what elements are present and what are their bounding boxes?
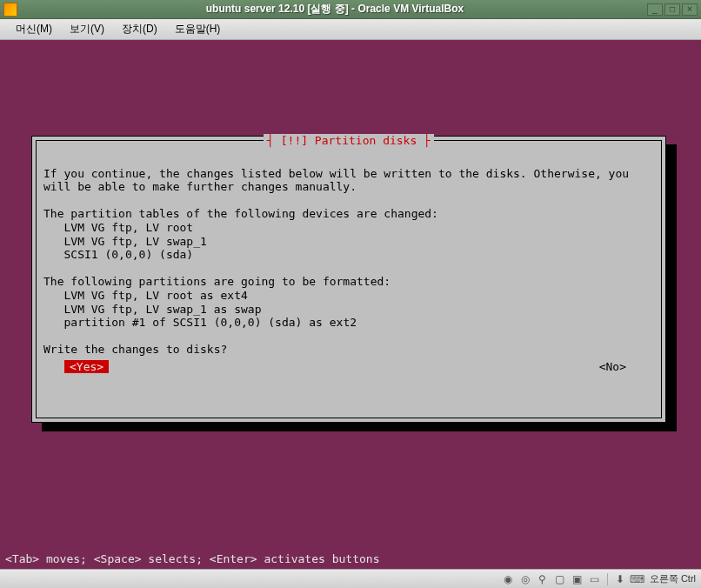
mouse-integration-icon[interactable]: ⬇	[613, 572, 627, 586]
shared-folder-icon[interactable]: ▣	[571, 572, 584, 586]
network-icon[interactable]: ▢	[553, 572, 567, 586]
host-key-label: 오른쪽 Ctrl	[650, 572, 696, 585]
display-icon[interactable]: ▭	[588, 572, 602, 586]
format-header: The following partitions are going to be…	[43, 275, 391, 288]
dialog-choices: <Yes> <No>	[43, 360, 654, 373]
console-area[interactable]: ┤ [!!] Partition disks ├ If you continue…	[0, 40, 701, 569]
tables-header: The partition tables of the following de…	[43, 207, 438, 220]
titlebar[interactable]: ubuntu server 12.10 [실행 중] - Oracle VM V…	[0, 0, 701, 19]
format-item-2: LVM VG ftp, LV swap_1 as swap	[43, 303, 261, 316]
dialog-inner: ┤ [!!] Partition disks ├ If you continue…	[36, 140, 662, 418]
app-icon	[3, 3, 17, 17]
no-button[interactable]: <No>	[592, 360, 633, 373]
dialog-question: Write the changes to disks?	[43, 343, 227, 356]
tables-item-2: LVM VG ftp, LV swap_1	[43, 235, 207, 248]
optical-icon[interactable]: ◎	[518, 572, 532, 586]
tables-item-1: LVM VG ftp, LV root	[43, 221, 193, 234]
dialog-title: ┤ [!!] Partition disks ├	[264, 134, 434, 147]
yes-button[interactable]: <Yes>	[64, 360, 109, 373]
menubar: 머신(M) 보기(V) 장치(D) 도움말(H)	[0, 19, 701, 40]
menu-view[interactable]: 보기(V)	[61, 20, 113, 38]
usb-icon[interactable]: ⚲	[536, 572, 550, 586]
dialog-body: If you continue, the changes listed belo…	[43, 153, 654, 357]
virtualbox-window: ubuntu server 12.10 [실행 중] - Oracle VM V…	[0, 0, 701, 588]
dialog-title-text: [!!] Partition disks	[281, 134, 417, 147]
window-controls: _ □ ×	[647, 3, 698, 16]
menu-devices[interactable]: 장치(D)	[113, 20, 166, 38]
format-item-3: partition #1 of SCSI1 (0,0,0) (sda) as e…	[43, 316, 357, 329]
close-button[interactable]: ×	[682, 3, 698, 16]
dialog-intro: If you continue, the changes listed belo…	[43, 167, 636, 194]
tables-item-3: SCSI1 (0,0,0) (sda)	[43, 248, 193, 261]
hdd-icon[interactable]: ◉	[501, 572, 515, 586]
format-item-1: LVM VG ftp, LV root as ext4	[43, 289, 248, 302]
host-key-icon[interactable]: ⌨	[631, 572, 644, 586]
maximize-button[interactable]: □	[664, 3, 680, 16]
menu-machine[interactable]: 머신(M)	[7, 20, 61, 38]
window-title: ubuntu server 12.10 [실행 중] - Oracle VM V…	[23, 2, 647, 17]
menu-help[interactable]: 도움말(H)	[166, 20, 230, 38]
separator	[607, 573, 608, 585]
statusbar: ◉ ◎ ⚲ ▢ ▣ ▭ ⬇ ⌨ 오른쪽 Ctrl	[0, 569, 701, 588]
help-text: <Tab> moves; <Space> selects; <Enter> ac…	[5, 552, 379, 565]
partition-dialog: ┤ [!!] Partition disks ├ If you continue…	[31, 136, 666, 423]
minimize-button[interactable]: _	[647, 3, 663, 16]
